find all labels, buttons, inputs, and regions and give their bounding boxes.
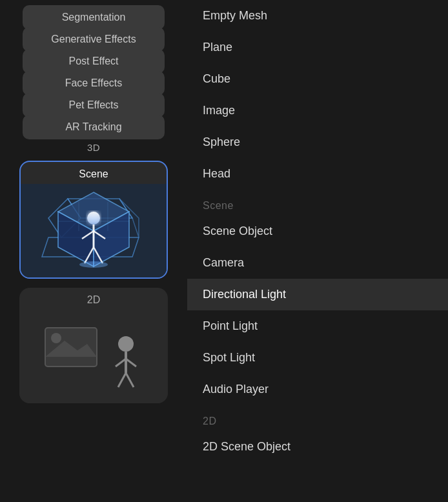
scene-2d-illustration [19, 310, 168, 403]
right-panel: Empty Mesh Plane Cube Image Sphere Head … [187, 0, 448, 502]
right-item-scene-object[interactable]: Scene Object [187, 216, 448, 247]
right-item-directional-light[interactable]: Directional Light [187, 279, 448, 310]
svg-line-25 [126, 373, 134, 387]
right-item-camera[interactable]: Camera [187, 247, 448, 279]
svg-point-18 [51, 333, 61, 343]
sidebar-item-pet-effects[interactable]: Pet Effects [23, 93, 165, 117]
svg-line-24 [118, 373, 126, 387]
right-item-spot-light[interactable]: Spot Light [187, 342, 448, 374]
right-item-2d-scene-object[interactable]: 2D Scene Object [187, 431, 448, 463]
right-item-image[interactable]: Image [187, 95, 448, 126]
divider-3d: 3D [23, 137, 165, 156]
right-item-sphere[interactable]: Sphere [187, 126, 448, 158]
sidebar-item-post-effect[interactable]: Post Effect [23, 49, 165, 74]
svg-point-16 [79, 261, 108, 268]
svg-point-20 [118, 336, 134, 352]
right-item-plane[interactable]: Plane [187, 32, 448, 63]
card-2d-label: 2D [19, 288, 168, 310]
svg-line-22 [116, 359, 126, 366]
sidebar-item-segmentation[interactable]: Segmentation [23, 5, 165, 30]
section-label-scene: Scene [187, 190, 448, 216]
right-item-audio-player[interactable]: Audio Player [187, 374, 448, 405]
sidebar-item-generative-effects[interactable]: Generative Effects [23, 27, 165, 52]
right-item-head[interactable]: Head [187, 158, 448, 190]
sidebar-item-face-effects[interactable]: Face Effects [23, 71, 165, 95]
card-2d[interactable]: 2D [19, 288, 168, 403]
svg-point-10 [87, 212, 100, 225]
right-item-empty-mesh[interactable]: Empty Mesh [187, 0, 448, 32]
right-item-point-light[interactable]: Point Light [187, 310, 448, 342]
card-3d-label: Scene [21, 162, 167, 184]
section-label-2d: 2D [187, 405, 448, 431]
svg-line-23 [126, 359, 136, 366]
right-item-cube[interactable]: Cube [187, 63, 448, 95]
sidebar: Segmentation Generative Effects Post Eff… [0, 0, 187, 502]
sidebar-item-ar-tracking[interactable]: AR Tracking [23, 115, 165, 139]
card-3d-scene[interactable]: Scene [19, 161, 168, 279]
scene-3d-illustration [21, 184, 167, 277]
